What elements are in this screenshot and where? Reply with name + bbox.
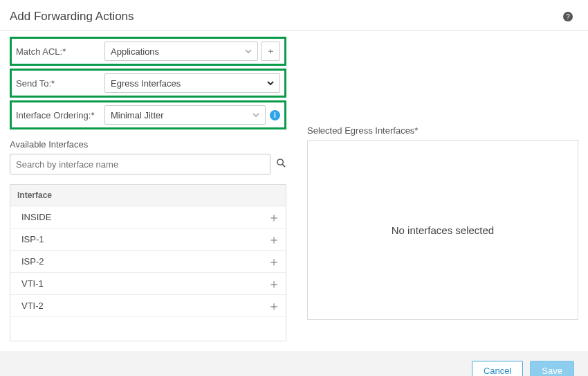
interface-name: ISP-2 bbox=[21, 256, 44, 267]
select-match-acl-value: Applications bbox=[111, 46, 159, 57]
table-row: ISP-1 ＋ bbox=[10, 229, 286, 251]
search-input[interactable] bbox=[10, 154, 270, 174]
chevron-down-icon bbox=[252, 110, 259, 120]
chevron-down-icon bbox=[245, 46, 252, 57]
empty-state-text: No interfaces selected bbox=[392, 224, 494, 236]
label-match-acl: Match ACL:* bbox=[16, 46, 104, 57]
svg-line-1 bbox=[282, 164, 285, 167]
add-interface-button[interactable]: ＋ bbox=[268, 257, 280, 267]
column-header-interface: Interface bbox=[10, 185, 286, 206]
table-row: ISP-2 ＋ bbox=[10, 251, 286, 273]
add-interface-button[interactable]: ＋ bbox=[268, 235, 280, 244]
label-interface-ordering: Interface Ordering:* bbox=[16, 110, 104, 120]
interface-name: INSIDE bbox=[21, 212, 51, 222]
search-icon[interactable] bbox=[276, 158, 286, 170]
info-icon[interactable]: i bbox=[270, 110, 280, 120]
add-acl-button[interactable]: ＋ bbox=[261, 42, 280, 61]
save-button[interactable]: Save bbox=[530, 361, 574, 376]
label-send-to: Send To:* bbox=[16, 78, 104, 89]
selected-interfaces-box: No interfaces selected bbox=[307, 140, 578, 320]
table-row: INSIDE ＋ bbox=[10, 206, 286, 229]
available-interfaces-label: Available Interfaces bbox=[10, 139, 286, 150]
plus-icon: ＋ bbox=[266, 45, 275, 57]
available-interfaces-table: Interface INSIDE ＋ ISP-1 ＋ ISP-2 ＋ VTI-1… bbox=[10, 184, 286, 341]
table-row: VTI-2 ＋ bbox=[10, 295, 286, 317]
interface-name: VTI-2 bbox=[21, 301, 44, 311]
select-send-to[interactable]: Egress Interfaces bbox=[104, 73, 280, 93]
interface-name: ISP-1 bbox=[21, 234, 44, 244]
page-title: Add Forwarding Actions bbox=[10, 10, 134, 24]
svg-point-0 bbox=[277, 159, 283, 165]
row-match-acl: Match ACL:* Applications ＋ bbox=[10, 37, 286, 66]
cancel-button[interactable]: Cancel bbox=[472, 361, 523, 376]
interface-name: VTI-1 bbox=[21, 278, 44, 289]
select-interface-ordering[interactable]: Minimal Jitter bbox=[104, 105, 266, 125]
selected-interfaces-label: Selected Egress Interfaces* bbox=[307, 125, 578, 136]
row-send-to: Send To:* Egress Interfaces bbox=[10, 69, 286, 98]
add-interface-button[interactable]: ＋ bbox=[268, 279, 280, 289]
table-row: VTI-1 ＋ bbox=[10, 273, 286, 295]
add-interface-button[interactable]: ＋ bbox=[268, 213, 280, 222]
chevron-down-icon bbox=[267, 78, 274, 89]
select-match-acl[interactable]: Applications bbox=[104, 42, 258, 61]
select-send-to-value: Egress Interfaces bbox=[111, 78, 181, 89]
help-icon[interactable]: ? bbox=[563, 12, 573, 21]
select-interface-ordering-value: Minimal Jitter bbox=[111, 110, 164, 120]
row-interface-ordering: Interface Ordering:* Minimal Jitter i bbox=[10, 100, 286, 129]
add-interface-button[interactable]: ＋ bbox=[268, 301, 280, 311]
